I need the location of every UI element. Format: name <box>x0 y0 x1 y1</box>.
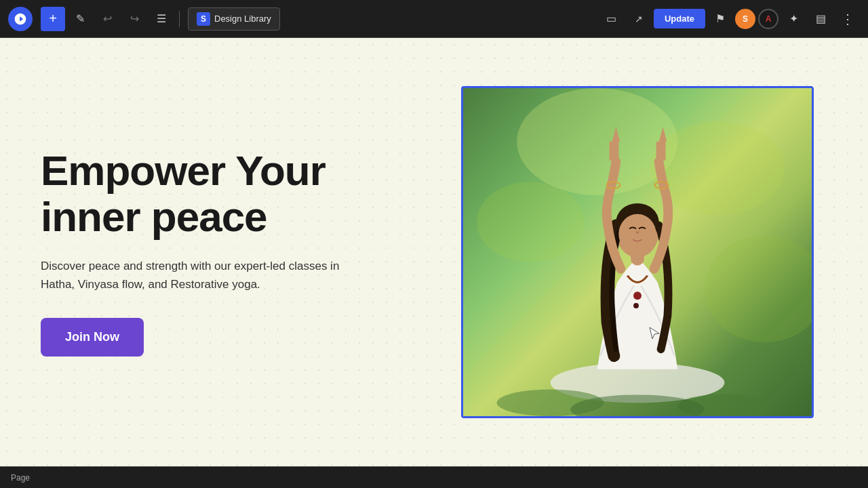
ai-sparkle-button[interactable]: ✦ <box>781 7 806 31</box>
svg-point-5 <box>633 291 642 300</box>
design-library-label: Design Library <box>214 14 271 24</box>
hero-image-block[interactable] <box>461 86 814 418</box>
stardust-button[interactable]: S <box>735 9 755 29</box>
pencil-icon: ✎ <box>76 12 85 25</box>
svg-point-10 <box>618 214 656 254</box>
design-library-button[interactable]: S Design Library <box>188 7 280 30</box>
toolbar-right-section: ▭ ↗ Update ⚑ S A ✦ ▤ ⋮ <box>599 7 860 31</box>
flag-icon: ⚑ <box>715 12 725 25</box>
update-button[interactable]: Update <box>654 9 705 28</box>
hero-title: Empower Your inner peace <box>41 148 434 240</box>
redo-button[interactable]: ↪ <box>122 7 146 31</box>
astra-icon: A <box>766 14 772 24</box>
astra-button[interactable]: A <box>758 9 778 29</box>
join-now-button[interactable]: Join Now <box>41 318 144 357</box>
svg-point-6 <box>633 303 639 308</box>
yoga-figure-svg <box>463 88 812 416</box>
hero-text-block: Empower Your inner peace Discover peace … <box>41 148 434 357</box>
hero-section: Empower Your inner peace Discover peace … <box>0 38 868 466</box>
editor-canvas: Empower Your inner peace Discover peace … <box>0 38 868 466</box>
toolbar-divider-1 <box>179 11 180 27</box>
desktop-preview-button[interactable]: ▭ <box>599 7 624 31</box>
undo-icon: ↩ <box>103 12 112 25</box>
pencil-tool-button[interactable]: ✎ <box>68 7 92 31</box>
list-view-button[interactable]: ☰ <box>149 7 174 31</box>
flag-button[interactable]: ⚑ <box>708 7 732 31</box>
svg-point-3 <box>705 235 812 342</box>
status-page-label: Page <box>11 473 30 483</box>
status-bar: Page <box>0 466 868 488</box>
sidebar-icon: ▤ <box>816 12 826 25</box>
sidebar-toggle-button[interactable]: ▤ <box>808 7 833 31</box>
hero-image-canvas <box>463 88 812 416</box>
external-link-icon: ↗ <box>635 14 643 24</box>
redo-icon: ↪ <box>130 12 139 25</box>
design-library-s-icon: S <box>197 12 210 26</box>
wordpress-logo[interactable] <box>8 7 33 31</box>
editor-toolbar: + ✎ ↩ ↪ ☰ S Design Library ▭ ↗ Update ⚑ … <box>0 0 868 38</box>
hero-description: Discover peace and strength with our exp… <box>41 257 366 293</box>
plus-icon: + <box>49 11 57 26</box>
desktop-icon: ▭ <box>606 12 616 25</box>
external-view-button[interactable]: ↗ <box>627 7 651 31</box>
undo-button[interactable]: ↩ <box>95 7 119 31</box>
svg-point-2 <box>477 182 584 262</box>
sparkle-icon: ✦ <box>789 12 798 25</box>
add-block-button[interactable]: + <box>41 7 65 31</box>
stardust-icon: S <box>743 14 748 24</box>
more-options-button[interactable]: ⋮ <box>835 7 860 31</box>
more-icon: ⋮ <box>841 11 854 27</box>
list-view-icon: ☰ <box>157 12 166 25</box>
wp-logo-icon <box>14 12 27 26</box>
